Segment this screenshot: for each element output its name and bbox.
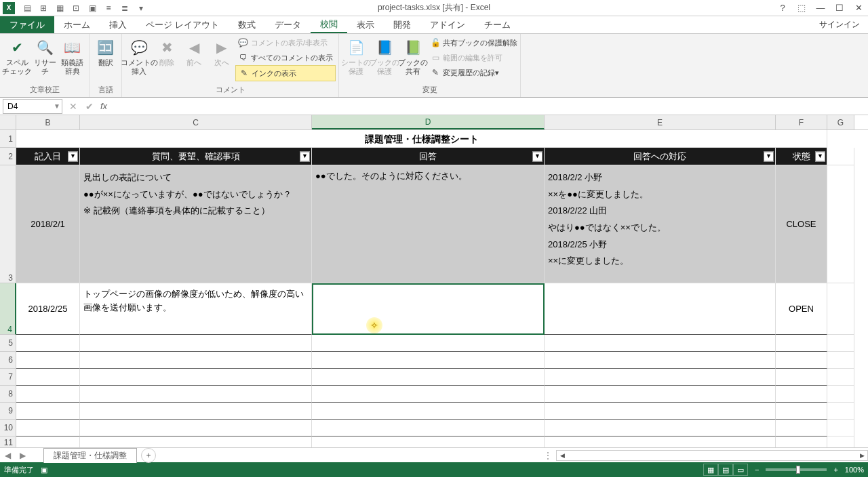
cell[interactable] (827, 165, 854, 283)
cell[interactable] (545, 369, 776, 386)
row-header-4[interactable]: 4 (0, 283, 16, 335)
show-ink-button[interactable]: ✎インクの表示 (235, 65, 336, 81)
zoom-handle[interactable] (796, 466, 800, 474)
cell[interactable] (80, 436, 312, 447)
tab-insert[interactable]: 挿入 (100, 16, 136, 33)
tab-page-layout[interactable]: ページ レイアウト (136, 16, 229, 33)
fx-icon[interactable]: fx (98, 101, 110, 111)
cell[interactable] (827, 369, 854, 386)
row-header-6[interactable]: 6 (0, 352, 16, 369)
qat-icon[interactable]: ⊞ (37, 2, 50, 14)
zoom-in-button[interactable]: + (833, 466, 837, 474)
close-icon[interactable]: ✕ (849, 1, 868, 15)
sheet-tab[interactable]: 課題管理・仕様調整 (43, 448, 137, 463)
col-header-D[interactable]: D (312, 115, 545, 129)
col-header-F[interactable]: F (776, 115, 827, 129)
signin-link[interactable]: サインイン (811, 16, 868, 33)
show-all-comments-button[interactable]: 🗨すべてのコメントの表示 (235, 50, 336, 65)
cell[interactable] (312, 369, 545, 386)
maximize-icon[interactable]: ☐ (830, 1, 849, 15)
unshare-button[interactable]: 🔓共有ブックの保護解除 (427, 35, 520, 50)
cell[interactable] (16, 403, 80, 420)
cell[interactable] (80, 403, 312, 420)
cell[interactable] (827, 352, 854, 369)
qat-icon[interactable]: ▣ (85, 2, 99, 14)
cell[interactable] (545, 352, 776, 369)
ribbon-display-icon[interactable]: ⬚ (792, 1, 811, 15)
tab-home[interactable]: ホーム (54, 16, 100, 33)
sheet-nav-prev[interactable]: ◀ (0, 451, 15, 460)
cell[interactable] (776, 403, 827, 420)
row-header-9[interactable]: 9 (0, 403, 16, 420)
cell[interactable] (80, 420, 312, 436)
sheet-nav-next[interactable]: ▶ (15, 451, 30, 460)
select-all-corner[interactable] (0, 115, 16, 129)
view-normal-icon[interactable]: ▦ (703, 464, 718, 476)
cell-B4[interactable]: 2018/2/25 (16, 283, 80, 335)
cell[interactable] (827, 436, 854, 447)
cell[interactable] (776, 369, 827, 386)
cell[interactable] (776, 352, 827, 369)
scroll-left-icon[interactable]: ◀ (557, 451, 568, 460)
track-changes-button[interactable]: ✎変更履歴の記録 ▾ (427, 65, 520, 80)
thesaurus-button[interactable]: 📖類義語 辞典 (59, 35, 87, 81)
qat-icon[interactable]: ▦ (53, 2, 66, 14)
new-comment-button[interactable]: 💬コメントの 挿入 (125, 35, 153, 81)
tab-file[interactable]: ファイル (0, 16, 54, 33)
filter-button[interactable]: ▼ (764, 151, 774, 161)
col-header-G[interactable]: G (827, 115, 854, 129)
cell[interactable] (776, 420, 827, 436)
cell[interactable] (312, 420, 545, 436)
row-header-5[interactable]: 5 (0, 335, 16, 352)
header-entry-date[interactable]: 記入日▼ (16, 148, 80, 165)
header-answer[interactable]: 回答▼ (312, 148, 545, 165)
qat-icon[interactable]: ≣ (118, 2, 132, 14)
tab-developer[interactable]: 開発 (384, 16, 420, 33)
cell[interactable] (312, 335, 545, 352)
filter-button[interactable]: ▼ (300, 151, 310, 161)
cell-C4[interactable]: トップページの画像の解像度が低いため、解像度の高い画像を送付願います。 (80, 283, 312, 335)
row-header-7[interactable]: 7 (0, 369, 16, 386)
header-response[interactable]: 回答への対応▼ (545, 148, 776, 165)
macro-record-icon[interactable]: ▣ (41, 466, 47, 474)
tab-review[interactable]: 校閲 (311, 16, 347, 33)
minimize-icon[interactable]: — (811, 1, 830, 15)
scroll-right-icon[interactable]: ▶ (856, 451, 867, 460)
cell[interactable] (545, 335, 776, 352)
cell[interactable] (312, 352, 545, 369)
cell[interactable] (776, 335, 827, 352)
zoom-out-button[interactable]: − (755, 466, 759, 474)
cell[interactable] (16, 420, 80, 436)
cell-B3[interactable]: 2018/2/1 (16, 165, 80, 283)
col-header-C[interactable]: C (80, 115, 312, 129)
cell[interactable] (80, 352, 312, 369)
cell-C3[interactable]: 見出しの表記について ●●が××になっていますが、●●ではないでしょうか？ ※ … (80, 165, 312, 283)
cell-E3[interactable]: 2018/2/2 小野 ××を●●に変更しました。 2018/2/22 山田 や… (545, 165, 776, 283)
cell[interactable] (16, 386, 80, 403)
cell[interactable] (545, 386, 776, 403)
name-box-dropdown-icon[interactable]: ▼ (54, 102, 60, 110)
translate-button[interactable]: 🈁翻訳 (92, 35, 119, 81)
cell[interactable] (776, 436, 827, 447)
cell[interactable] (827, 420, 854, 436)
horizontal-scrollbar[interactable]: ◀ ▶ (556, 450, 868, 461)
cell[interactable] (827, 283, 854, 335)
zoom-level[interactable]: 100% (845, 466, 864, 474)
cell[interactable] (545, 436, 776, 447)
filter-button[interactable]: ▼ (532, 151, 542, 161)
row-header-10[interactable]: 10 (0, 420, 16, 436)
cell-F3[interactable]: CLOSE (776, 165, 827, 283)
tab-addins[interactable]: アドイン (420, 16, 475, 33)
cell[interactable] (16, 335, 80, 352)
col-header-E[interactable]: E (545, 115, 776, 129)
cell[interactable] (827, 148, 854, 165)
share-workbook-button[interactable]: 📗ブックの 共有 (399, 35, 427, 81)
sheet-title-cell[interactable]: 課題管理・仕様調整シート (16, 130, 827, 148)
formula-input[interactable] (110, 99, 868, 114)
cell[interactable] (827, 403, 854, 420)
cell[interactable] (827, 335, 854, 352)
row-header-3[interactable]: 3 (0, 165, 16, 283)
col-header-B[interactable]: B (16, 115, 80, 129)
row-header-1[interactable]: 1 (0, 130, 16, 148)
cell[interactable] (545, 420, 776, 436)
